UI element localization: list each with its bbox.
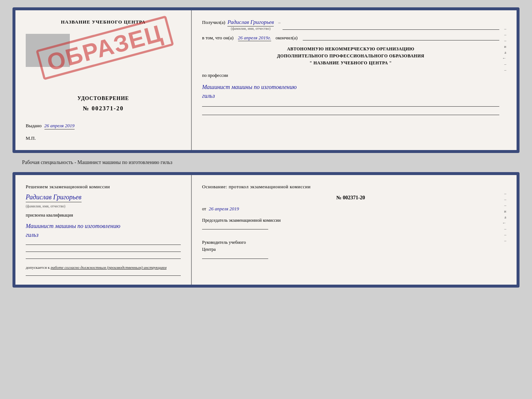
qualification-label: присвоена квалификация <box>26 213 181 218</box>
profession-line1: Машинист машины по изготовлению <box>202 84 297 90</box>
photo-placeholder <box>26 34 70 67</box>
date-prefix: в том, что он(а) <box>202 35 234 41</box>
date-line: в том, что он(а) 26 апреля 2019г. окончи… <box>202 35 499 41</box>
bottom-document-card: Решением экзаменационной комиссии Радисл… <box>12 172 520 288</box>
issue-prefix: Выдано <box>26 123 42 128</box>
director-block: Руководитель учебного Центра <box>202 239 499 259</box>
org-line2: ДОПОЛНИТЕЛЬНОГО ПРОФЕССИОНАЛЬНОГО ОБРАЗО… <box>202 53 499 60</box>
protocol-number: № 002371-20 <box>202 195 499 201</box>
profession-underline <box>202 106 499 107</box>
issue-date-value: 26 апреля 2019 <box>44 123 75 129</box>
protocol-date: от 26 апреля 2019 <box>202 206 499 212</box>
bottom-person-name-block: Радислав Григорьев (фамилия, имя, отчест… <box>26 193 181 209</box>
profession-label: по профессии <box>202 73 499 78</box>
received-name: Радислав Григорьев <box>227 19 274 26</box>
date-underline-ext <box>303 40 499 40</box>
received-name-subtitle: (фамилия, имя, отчество) <box>231 26 270 31</box>
dash-after-name: – <box>278 20 280 25</box>
date-value-bottom: 26 апреля 2019 <box>209 206 239 211</box>
cert-number: № 002371-20 <box>26 105 181 112</box>
profession-line2: гильз <box>202 93 215 99</box>
date-prefix-bottom: от <box>202 206 206 211</box>
basis-line: Основание: протокол экзаменационной коми… <box>202 184 499 190</box>
name-underline-ext <box>283 29 499 30</box>
mp-label: М.П. <box>26 135 181 141</box>
issue-date-line: Выдано 26 апреля 2019 <box>26 123 181 129</box>
admission-text: работе согласно должностным (производств… <box>51 265 166 270</box>
commission-line: Решением экзаменационной комиссии <box>26 184 181 190</box>
qual-underline1 <box>26 245 181 245</box>
date-value: 26 апреля 2019г. <box>238 35 271 41</box>
cert-type-label: УДОСТОВЕРЕНИЕ <box>26 96 181 101</box>
admission-note: допускается к работе согласно должностны… <box>26 265 181 270</box>
right-margin-marks: – – – и а ← – – <box>502 19 506 72</box>
org-line3: " НАЗВАНИЕ УЧЕБНОГО ЦЕНТРА " <box>202 60 499 67</box>
director-label2: Центра <box>202 246 499 253</box>
date-suffix: окончил(а) <box>276 35 298 41</box>
bottom-right-wrapper: Основание: протокол экзаменационной коми… <box>202 184 506 259</box>
center-name-top: НАЗВАНИЕ УЧЕБНОГО ЦЕНТРА <box>26 19 181 25</box>
chairman-sig-line <box>202 229 268 229</box>
qualification-value: Машинист машины по изготовлению гильз <box>26 222 181 239</box>
bottom-right-margin-marks: – – – и а ← – – – <box>502 184 506 243</box>
bottom-person-name: Радислав Григорьев <box>26 193 82 202</box>
qual-underline2 <box>26 252 181 252</box>
qual-underline3 <box>26 259 181 259</box>
admission-underline <box>26 275 181 276</box>
bottom-left-panel: Решением экзаменационной комиссии Радисл… <box>15 175 192 285</box>
director-label1: Руководитель учебного <box>202 239 499 246</box>
org-block: АВТОНОМНУЮ НЕКОММЕРЧЕСКУЮ ОРГАНИЗАЦИЮ ДО… <box>202 46 499 67</box>
top-right-panel: Получил(а) Радислав Григорьев (фамилия, … <box>192 10 517 150</box>
top-document-card: НАЗВАНИЕ УЧЕБНОГО ЦЕНТРА ОБРАЗЕЦ УДОСТОВ… <box>12 7 520 153</box>
qualification-line2: гильз <box>26 232 39 238</box>
profession-underline2 <box>202 115 499 115</box>
admission-prefix: допускается к <box>26 265 51 270</box>
right-content: Получил(а) Радислав Григорьев (фамилия, … <box>202 19 499 115</box>
specialty-label: Рабочая специальность - Машинист машины … <box>22 160 172 165</box>
received-line: Получил(а) Радислав Григорьев (фамилия, … <box>202 19 499 31</box>
profession-value: Машинист машины по изготовлению гильз <box>202 83 499 100</box>
chairman-block: Председатель экзаменационной комиссии <box>202 217 499 229</box>
received-row: Получил(а) Радислав Григорьев (фамилия, … <box>202 19 506 115</box>
chairman-label: Председатель экзаменационной комиссии <box>202 217 499 224</box>
bottom-right-panel: Основание: протокол экзаменационной коми… <box>192 175 517 285</box>
qualification-line1: Машинист машины по изготовлению <box>26 223 121 229</box>
bottom-name-subtitle: (фамилия, имя, отчество) <box>26 204 65 208</box>
bottom-right-content: Основание: протокол экзаменационной коми… <box>202 184 499 259</box>
top-left-panel: НАЗВАНИЕ УЧЕБНОГО ЦЕНТРА ОБРАЗЕЦ УДОСТОВ… <box>15 10 192 150</box>
org-line1: АВТОНОМНУЮ НЕКОММЕРЧЕСКУЮ ОРГАНИЗАЦИЮ <box>202 46 499 53</box>
received-prefix: Получил(а) <box>202 19 225 25</box>
director-sig-line <box>202 259 268 259</box>
